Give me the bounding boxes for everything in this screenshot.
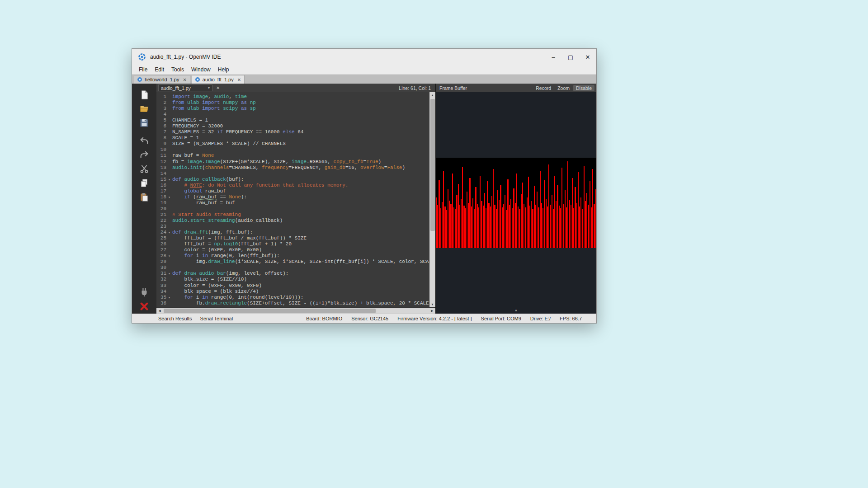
fold-spacer xyxy=(166,100,172,106)
horizontal-scrollbar[interactable]: ◀ ▶ xyxy=(156,307,435,314)
paste-button[interactable] xyxy=(139,192,150,202)
minimize-button[interactable]: – xyxy=(545,49,562,65)
code-line[interactable]: 24▾def draw_fft(img, fft_buf): xyxy=(156,230,429,235)
code-line[interactable]: 12fb = image.Image(SIZE+(50*SCALE), SIZE… xyxy=(156,159,429,165)
code-line[interactable]: 7N_SAMPLES = 32 if FREQUENCY == 16000 el… xyxy=(156,129,429,135)
undo-button[interactable] xyxy=(139,136,150,146)
fft-bar xyxy=(525,207,526,248)
fold-arrow-icon[interactable]: ▾ xyxy=(166,295,172,300)
tab-close-icon[interactable]: ✕ xyxy=(183,77,186,82)
maximize-button[interactable]: ▢ xyxy=(562,49,579,65)
code-line[interactable]: 6FREQUENCY = 32000 xyxy=(156,123,429,129)
code-line[interactable]: 34 blk_space = (blk_size//4) xyxy=(156,289,429,295)
code-line[interactable]: 8SCALE = 1 xyxy=(156,135,429,141)
new-file-button[interactable] xyxy=(139,89,150,100)
disconnect-button[interactable] xyxy=(139,301,150,312)
fold-spacer xyxy=(166,183,172,188)
document-selector[interactable]: audio_fft_1.py ▾ xyxy=(158,84,212,91)
fold-spacer xyxy=(166,200,172,206)
fold-arrow-icon[interactable]: ▾ xyxy=(166,194,172,200)
scroll-down-icon[interactable]: ▼ xyxy=(429,301,435,307)
code-line[interactable]: 17 global raw_buf xyxy=(156,188,429,194)
menu-tools[interactable]: Tools xyxy=(168,66,188,73)
menu-edit[interactable]: Edit xyxy=(151,66,168,73)
record-button[interactable]: Record xyxy=(533,85,554,91)
code-line[interactable]: 3from ulab import scipy as sp xyxy=(156,106,429,112)
tab-helloworld-1-py[interactable]: helloworld_1.py✕ xyxy=(134,75,190,84)
code-line[interactable]: 13audio.init(channels=CHANNELS, frequenc… xyxy=(156,165,429,171)
line-number: 15 xyxy=(156,177,166,183)
code-line[interactable]: 33 color = (0xFF, 0x00, 0xF0) xyxy=(156,283,429,289)
vertical-scrollbar-thumb[interactable] xyxy=(430,99,435,231)
code-line[interactable]: 36 fb.draw_rectangle(SIZE+offset, SIZE -… xyxy=(156,300,429,306)
code-line[interactable]: 25 fft_buf = (fft_buf / max(fft_buf)) * … xyxy=(156,235,429,241)
code-line[interactable]: 32 blk_size = (SIZE//10) xyxy=(156,277,429,282)
code-token: (img, fft_buf): xyxy=(208,230,253,235)
title-bar[interactable]: audio_fft_1.py - OpenMV IDE – ▢ ✕ xyxy=(132,49,596,65)
code-line[interactable]: 35▾ for i in range(0, int(round(level/10… xyxy=(156,295,429,300)
tab-audio-fft-1-py[interactable]: audio_fft_1.py✕ xyxy=(192,75,245,84)
code-line[interactable]: 28▾ for i in range(0, len(fft_buf)): xyxy=(156,253,429,259)
code-line[interactable]: 14 xyxy=(156,171,429,177)
vertical-scrollbar[interactable]: ▲ ▼ xyxy=(429,92,435,307)
code-token: .RGB565, xyxy=(307,159,333,164)
fold-arrow-icon[interactable]: ▾ xyxy=(166,177,172,183)
copy-button[interactable] xyxy=(139,178,150,188)
code-line[interactable]: 16 # NOTE: do Not call any function that… xyxy=(156,183,429,188)
code-line[interactable]: 9SIZE = (N_SAMPLES * SCALE) // CHANNELS xyxy=(156,141,429,147)
collapse-arrow-icon[interactable]: ▲ xyxy=(514,308,518,312)
scroll-right-icon[interactable]: ▶ xyxy=(429,309,435,313)
menu-file[interactable]: File xyxy=(135,66,151,73)
code-line[interactable]: 26 fft_buf = np.log10(fft_buf + 1) * 20 xyxy=(156,241,429,247)
fold-arrow-icon[interactable]: ▾ xyxy=(166,230,172,235)
code-line[interactable]: 1import image, audio, time xyxy=(156,94,429,100)
code-token: init xyxy=(190,165,202,170)
code-token: Image xyxy=(205,159,220,164)
search-results-tab[interactable]: Search Results xyxy=(158,316,192,321)
code-line[interactable]: 10 xyxy=(156,147,429,153)
fft-bar xyxy=(585,201,586,248)
code-line[interactable]: 20 xyxy=(156,206,429,212)
code-line[interactable]: 19 raw_buf = buf xyxy=(156,200,429,206)
code-line[interactable]: 29 img.draw_line(i*SCALE, SIZE, i*SCALE,… xyxy=(156,259,429,265)
redo-button[interactable] xyxy=(139,150,150,160)
fft-bar xyxy=(528,177,529,248)
code-line[interactable]: 4 xyxy=(156,112,429,117)
tab-close-icon[interactable]: ✕ xyxy=(237,77,241,82)
disable-button[interactable]: Disable xyxy=(573,85,594,91)
code-line[interactable]: 30 xyxy=(156,265,429,271)
code-line[interactable]: 31▾def draw_audio_bar(img, level, offset… xyxy=(156,271,429,277)
document-close-button[interactable]: ✕ xyxy=(214,85,222,90)
save-file-button[interactable] xyxy=(139,117,150,128)
serial-terminal-tab[interactable]: Serial Terminal xyxy=(200,316,233,321)
code-area[interactable]: 1import image, audio, time2from ulab imp… xyxy=(156,92,429,307)
code-line[interactable]: 5CHANNELS = 1 xyxy=(156,117,429,123)
zoom-button[interactable]: Zoom xyxy=(555,85,572,91)
scroll-left-icon[interactable]: ◀ xyxy=(156,309,163,313)
connect-button[interactable] xyxy=(139,287,150,298)
fold-arrow-icon[interactable]: ▾ xyxy=(166,271,172,277)
code-editor[interactable]: 1import image, audio, time2from ulab imp… xyxy=(156,92,435,307)
menu-help[interactable]: Help xyxy=(214,66,233,73)
code-token: draw_line xyxy=(208,259,235,264)
board-info: Board: BORMIO xyxy=(306,316,342,321)
code-token: def xyxy=(172,177,181,182)
code-line[interactable]: 27 color = (0xFF, 0x0F, 0x00) xyxy=(156,247,429,253)
cut-button[interactable] xyxy=(139,164,150,174)
code-line[interactable]: 23 xyxy=(156,224,429,230)
open-file-button[interactable] xyxy=(139,103,150,114)
window-title: audio_fft_1.py - OpenMV IDE xyxy=(150,54,545,60)
code-line[interactable]: 22audio.start_streaming(audio_callback) xyxy=(156,218,429,224)
scroll-up-icon[interactable]: ▲ xyxy=(429,92,435,98)
close-button[interactable]: ✕ xyxy=(579,49,596,65)
fft-bar xyxy=(572,178,573,248)
code-line[interactable]: 11raw_buf = None xyxy=(156,153,429,159)
code-line[interactable]: 21# Start audio streaming xyxy=(156,212,429,218)
code-line[interactable]: 2from ulab import numpy as np xyxy=(156,100,429,106)
fold-arrow-icon[interactable]: ▾ xyxy=(166,253,172,259)
horizontal-scrollbar-thumb[interactable] xyxy=(164,309,376,313)
code-line[interactable]: 15▾def audio_callback(buf): xyxy=(156,177,429,183)
code-token: frequency xyxy=(262,165,288,170)
code-line[interactable]: 18▾ if (raw_buf == None): xyxy=(156,194,429,200)
menu-window[interactable]: Window xyxy=(188,66,214,73)
